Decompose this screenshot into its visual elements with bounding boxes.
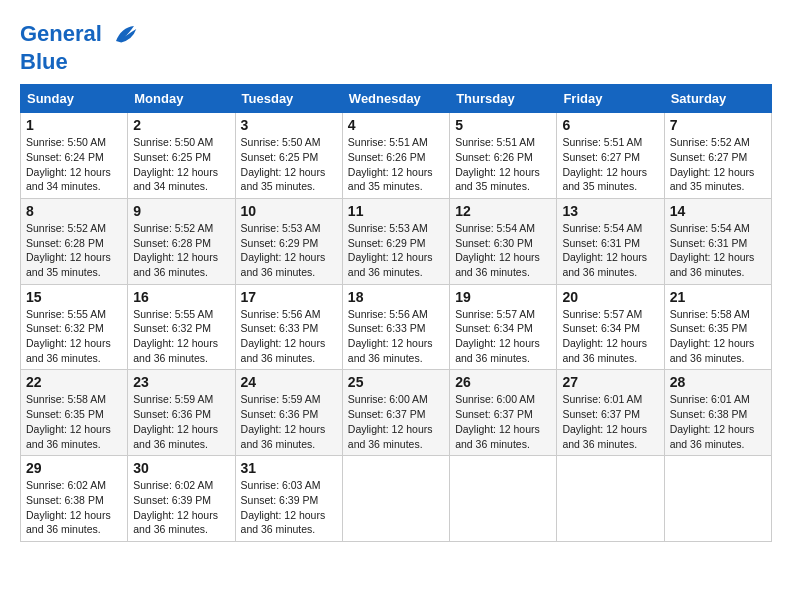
calendar-week-1: 1 Sunrise: 5:50 AM Sunset: 6:24 PM Dayli… xyxy=(21,113,772,199)
day-number: 28 xyxy=(670,374,766,390)
day-info: Sunrise: 6:02 AM Sunset: 6:38 PM Dayligh… xyxy=(26,478,122,537)
day-info: Sunrise: 5:53 AM Sunset: 6:29 PM Dayligh… xyxy=(348,221,444,280)
day-info: Sunrise: 5:56 AM Sunset: 6:33 PM Dayligh… xyxy=(241,307,337,366)
day-number: 7 xyxy=(670,117,766,133)
day-number: 1 xyxy=(26,117,122,133)
calendar-table: SundayMondayTuesdayWednesdayThursdayFrid… xyxy=(20,84,772,542)
day-number: 31 xyxy=(241,460,337,476)
day-number: 22 xyxy=(26,374,122,390)
calendar-cell: 31 Sunrise: 6:03 AM Sunset: 6:39 PM Dayl… xyxy=(235,456,342,542)
calendar-week-4: 22 Sunrise: 5:58 AM Sunset: 6:35 PM Dayl… xyxy=(21,370,772,456)
calendar-cell: 5 Sunrise: 5:51 AM Sunset: 6:26 PM Dayli… xyxy=(450,113,557,199)
day-number: 24 xyxy=(241,374,337,390)
calendar-cell: 30 Sunrise: 6:02 AM Sunset: 6:39 PM Dayl… xyxy=(128,456,235,542)
day-number: 14 xyxy=(670,203,766,219)
calendar-cell: 4 Sunrise: 5:51 AM Sunset: 6:26 PM Dayli… xyxy=(342,113,449,199)
day-number: 5 xyxy=(455,117,551,133)
calendar-header-thursday: Thursday xyxy=(450,85,557,113)
day-number: 3 xyxy=(241,117,337,133)
day-number: 30 xyxy=(133,460,229,476)
day-number: 8 xyxy=(26,203,122,219)
day-number: 21 xyxy=(670,289,766,305)
day-number: 12 xyxy=(455,203,551,219)
calendar-header-wednesday: Wednesday xyxy=(342,85,449,113)
calendar-header-monday: Monday xyxy=(128,85,235,113)
calendar-cell: 8 Sunrise: 5:52 AM Sunset: 6:28 PM Dayli… xyxy=(21,198,128,284)
calendar-cell: 16 Sunrise: 5:55 AM Sunset: 6:32 PM Dayl… xyxy=(128,284,235,370)
calendar-cell: 9 Sunrise: 5:52 AM Sunset: 6:28 PM Dayli… xyxy=(128,198,235,284)
page-header: General Blue xyxy=(20,20,772,74)
calendar-week-2: 8 Sunrise: 5:52 AM Sunset: 6:28 PM Dayli… xyxy=(21,198,772,284)
day-number: 26 xyxy=(455,374,551,390)
day-number: 9 xyxy=(133,203,229,219)
day-info: Sunrise: 5:51 AM Sunset: 6:26 PM Dayligh… xyxy=(455,135,551,194)
day-info: Sunrise: 5:52 AM Sunset: 6:28 PM Dayligh… xyxy=(26,221,122,280)
day-info: Sunrise: 6:01 AM Sunset: 6:37 PM Dayligh… xyxy=(562,392,658,451)
day-info: Sunrise: 5:59 AM Sunset: 6:36 PM Dayligh… xyxy=(241,392,337,451)
day-number: 17 xyxy=(241,289,337,305)
calendar-cell: 6 Sunrise: 5:51 AM Sunset: 6:27 PM Dayli… xyxy=(557,113,664,199)
day-info: Sunrise: 6:02 AM Sunset: 6:39 PM Dayligh… xyxy=(133,478,229,537)
calendar-cell: 2 Sunrise: 5:50 AM Sunset: 6:25 PM Dayli… xyxy=(128,113,235,199)
calendar-cell: 22 Sunrise: 5:58 AM Sunset: 6:35 PM Dayl… xyxy=(21,370,128,456)
day-info: Sunrise: 5:54 AM Sunset: 6:30 PM Dayligh… xyxy=(455,221,551,280)
calendar-cell: 26 Sunrise: 6:00 AM Sunset: 6:37 PM Dayl… xyxy=(450,370,557,456)
logo: General Blue xyxy=(20,20,140,74)
day-number: 4 xyxy=(348,117,444,133)
calendar-cell xyxy=(557,456,664,542)
calendar-cell: 23 Sunrise: 5:59 AM Sunset: 6:36 PM Dayl… xyxy=(128,370,235,456)
calendar-cell: 10 Sunrise: 5:53 AM Sunset: 6:29 PM Dayl… xyxy=(235,198,342,284)
day-info: Sunrise: 5:54 AM Sunset: 6:31 PM Dayligh… xyxy=(670,221,766,280)
day-info: Sunrise: 5:50 AM Sunset: 6:24 PM Dayligh… xyxy=(26,135,122,194)
day-number: 18 xyxy=(348,289,444,305)
day-info: Sunrise: 5:58 AM Sunset: 6:35 PM Dayligh… xyxy=(26,392,122,451)
calendar-header-saturday: Saturday xyxy=(664,85,771,113)
day-info: Sunrise: 5:59 AM Sunset: 6:36 PM Dayligh… xyxy=(133,392,229,451)
calendar-header-tuesday: Tuesday xyxy=(235,85,342,113)
day-number: 29 xyxy=(26,460,122,476)
calendar-header-row: SundayMondayTuesdayWednesdayThursdayFrid… xyxy=(21,85,772,113)
day-info: Sunrise: 5:52 AM Sunset: 6:28 PM Dayligh… xyxy=(133,221,229,280)
day-info: Sunrise: 5:56 AM Sunset: 6:33 PM Dayligh… xyxy=(348,307,444,366)
day-info: Sunrise: 6:00 AM Sunset: 6:37 PM Dayligh… xyxy=(455,392,551,451)
calendar-cell: 13 Sunrise: 5:54 AM Sunset: 6:31 PM Dayl… xyxy=(557,198,664,284)
calendar-cell xyxy=(342,456,449,542)
day-number: 2 xyxy=(133,117,229,133)
calendar-cell: 25 Sunrise: 6:00 AM Sunset: 6:37 PM Dayl… xyxy=(342,370,449,456)
day-info: Sunrise: 6:00 AM Sunset: 6:37 PM Dayligh… xyxy=(348,392,444,451)
calendar-cell: 28 Sunrise: 6:01 AM Sunset: 6:38 PM Dayl… xyxy=(664,370,771,456)
calendar-cell: 21 Sunrise: 5:58 AM Sunset: 6:35 PM Dayl… xyxy=(664,284,771,370)
calendar-cell: 29 Sunrise: 6:02 AM Sunset: 6:38 PM Dayl… xyxy=(21,456,128,542)
day-info: Sunrise: 6:03 AM Sunset: 6:39 PM Dayligh… xyxy=(241,478,337,537)
calendar-cell xyxy=(664,456,771,542)
calendar-cell: 14 Sunrise: 5:54 AM Sunset: 6:31 PM Dayl… xyxy=(664,198,771,284)
calendar-cell: 3 Sunrise: 5:50 AM Sunset: 6:25 PM Dayli… xyxy=(235,113,342,199)
day-info: Sunrise: 6:01 AM Sunset: 6:38 PM Dayligh… xyxy=(670,392,766,451)
day-number: 13 xyxy=(562,203,658,219)
day-number: 19 xyxy=(455,289,551,305)
day-number: 25 xyxy=(348,374,444,390)
day-info: Sunrise: 5:58 AM Sunset: 6:35 PM Dayligh… xyxy=(670,307,766,366)
calendar-cell: 17 Sunrise: 5:56 AM Sunset: 6:33 PM Dayl… xyxy=(235,284,342,370)
day-info: Sunrise: 5:51 AM Sunset: 6:27 PM Dayligh… xyxy=(562,135,658,194)
day-number: 16 xyxy=(133,289,229,305)
day-info: Sunrise: 5:57 AM Sunset: 6:34 PM Dayligh… xyxy=(455,307,551,366)
calendar-cell: 11 Sunrise: 5:53 AM Sunset: 6:29 PM Dayl… xyxy=(342,198,449,284)
calendar-header-friday: Friday xyxy=(557,85,664,113)
calendar-cell xyxy=(450,456,557,542)
day-info: Sunrise: 5:57 AM Sunset: 6:34 PM Dayligh… xyxy=(562,307,658,366)
day-number: 6 xyxy=(562,117,658,133)
calendar-cell: 19 Sunrise: 5:57 AM Sunset: 6:34 PM Dayl… xyxy=(450,284,557,370)
day-number: 10 xyxy=(241,203,337,219)
calendar-cell: 27 Sunrise: 6:01 AM Sunset: 6:37 PM Dayl… xyxy=(557,370,664,456)
calendar-cell: 15 Sunrise: 5:55 AM Sunset: 6:32 PM Dayl… xyxy=(21,284,128,370)
day-number: 11 xyxy=(348,203,444,219)
day-info: Sunrise: 5:55 AM Sunset: 6:32 PM Dayligh… xyxy=(26,307,122,366)
calendar-week-3: 15 Sunrise: 5:55 AM Sunset: 6:32 PM Dayl… xyxy=(21,284,772,370)
calendar-cell: 20 Sunrise: 5:57 AM Sunset: 6:34 PM Dayl… xyxy=(557,284,664,370)
day-info: Sunrise: 5:51 AM Sunset: 6:26 PM Dayligh… xyxy=(348,135,444,194)
day-info: Sunrise: 5:52 AM Sunset: 6:27 PM Dayligh… xyxy=(670,135,766,194)
calendar-week-5: 29 Sunrise: 6:02 AM Sunset: 6:38 PM Dayl… xyxy=(21,456,772,542)
day-info: Sunrise: 5:54 AM Sunset: 6:31 PM Dayligh… xyxy=(562,221,658,280)
day-info: Sunrise: 5:50 AM Sunset: 6:25 PM Dayligh… xyxy=(133,135,229,194)
